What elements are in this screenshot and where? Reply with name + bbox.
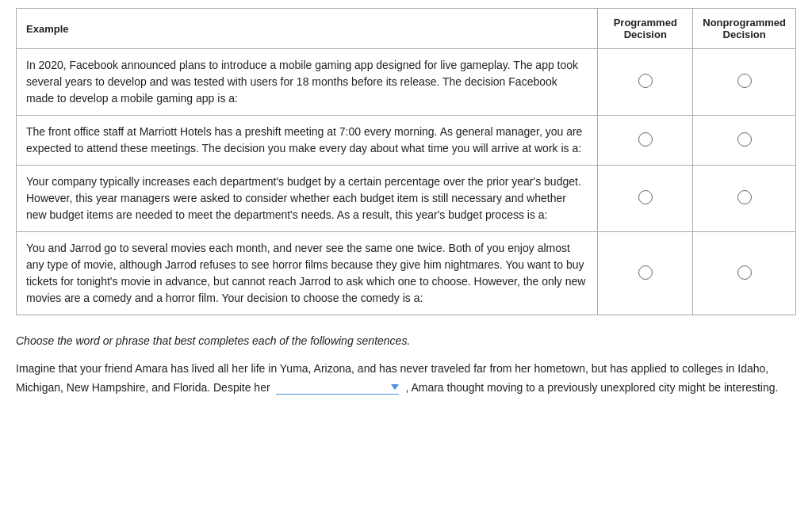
column-header-nonprogrammed: Nonprogrammed Decision <box>693 9 796 49</box>
column-header-programmed: Programmed Decision <box>598 9 693 49</box>
table-row-text-1: In 2020, Facebook announced plans to int… <box>17 49 598 116</box>
column-header-example: Example <box>17 9 598 49</box>
radio-nonprogrammed-1[interactable] <box>693 49 796 116</box>
radio-circle-nonprogrammed-1[interactable] <box>737 74 752 88</box>
table-row-text-4: You and Jarrod go to several movies each… <box>17 232 598 315</box>
dropdown-container[interactable]: uncertainty avoidancerisk tolerancebound… <box>276 381 399 395</box>
sentence-dropdown[interactable]: uncertainty avoidancerisk tolerancebound… <box>276 381 388 394</box>
radio-circle-programmed-1[interactable] <box>638 74 653 88</box>
radio-programmed-1[interactable] <box>598 49 693 116</box>
table-row-text-2: The front office staff at Marriott Hotel… <box>17 116 598 166</box>
radio-circle-programmed-4[interactable] <box>638 265 653 280</box>
radio-nonprogrammed-3[interactable] <box>693 166 796 232</box>
dropdown-arrow-icon <box>391 384 399 390</box>
table-row-text-3: Your company typically increases each de… <box>17 166 598 232</box>
sentence-block: Imagine that your friend Amara has lived… <box>16 360 796 398</box>
radio-nonprogrammed-4[interactable] <box>693 232 796 315</box>
radio-circle-nonprogrammed-3[interactable] <box>737 190 752 204</box>
sentence-part2: , Amara thought moving to a previously u… <box>405 381 778 394</box>
radio-circle-nonprogrammed-4[interactable] <box>737 265 752 280</box>
radio-programmed-3[interactable] <box>598 166 693 232</box>
radio-circle-programmed-2[interactable] <box>638 132 653 147</box>
instructions-text: Choose the word or phrase that best comp… <box>16 334 796 347</box>
radio-programmed-2[interactable] <box>598 116 693 166</box>
radio-nonprogrammed-2[interactable] <box>693 116 796 166</box>
radio-circle-programmed-3[interactable] <box>638 190 653 204</box>
radio-circle-nonprogrammed-2[interactable] <box>737 132 752 147</box>
radio-programmed-4[interactable] <box>598 232 693 315</box>
